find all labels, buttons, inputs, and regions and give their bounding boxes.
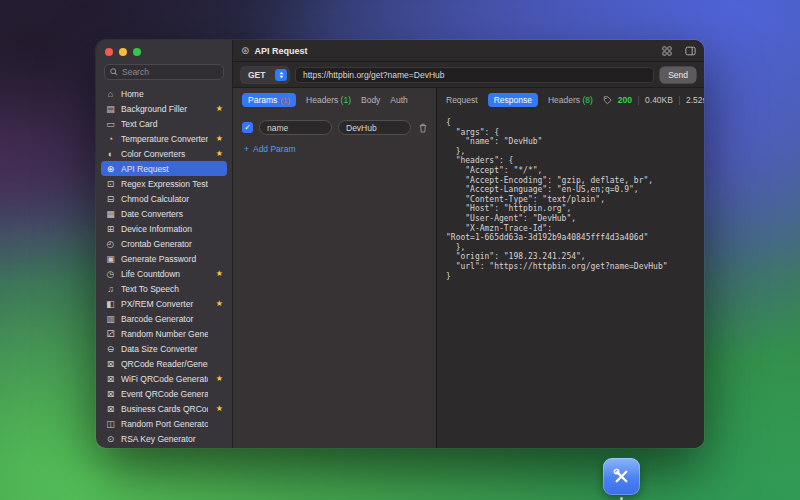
sidebar-item-data-size-converter[interactable]: ⊖Data Size Converter (101, 341, 227, 356)
sidebar-item-text-card[interactable]: ▭Text Card (101, 116, 227, 131)
sidebar-item-regex-expression-test[interactable]: ⊡Regex Expression Test (101, 176, 227, 191)
request-content: Params (1) Headers (1) Body Auth ✓ (233, 88, 704, 448)
url-input[interactable] (303, 70, 646, 80)
param-row: ✓ (233, 112, 436, 139)
sidebar-item-generate-password[interactable]: ▣Generate Password (101, 251, 227, 266)
param-name-field[interactable] (259, 120, 332, 135)
request-editor-pane: Params (1) Headers (1) Body Auth ✓ (233, 88, 436, 448)
param-name-input[interactable] (267, 123, 324, 133)
add-param-label: Add Param (253, 144, 296, 154)
sidebar-item-crontab-generator[interactable]: ◴Crontab Generator (101, 236, 227, 251)
tab-body[interactable]: Body (361, 95, 380, 105)
search-field[interactable] (104, 64, 224, 80)
delete-param-button[interactable] (419, 123, 427, 133)
sidebar-item-label: Temperature Converter (121, 134, 208, 144)
method-select[interactable]: GET (241, 67, 289, 83)
tab-params[interactable]: Params (1) (242, 93, 296, 107)
sidebar-nav: ⌂Home ▤Background Filler★ ▭Text Card ◔Te… (96, 84, 232, 448)
toggle-sidebar-button[interactable] (685, 46, 696, 56)
sidebar-item-qrcode-reader-generator[interactable]: ⊠QRCode Reader/Generator (101, 356, 227, 371)
favorite-star-icon: ★ (213, 404, 223, 413)
sidebar-item-random-number-generator[interactable]: ⚂Random Number Generator (101, 326, 227, 341)
sidebar-item-device-information[interactable]: ⊞Device Information (101, 221, 227, 236)
add-param-button[interactable]: + Add Param (233, 139, 436, 159)
headers-count-badge: (1) (341, 95, 351, 105)
thermometer-icon: ◔ (105, 134, 116, 144)
app-window: ⌂Home ▤Background Filler★ ▭Text Card ◔Te… (96, 40, 704, 448)
sidebar-item-px-rem-converter[interactable]: ◧PX/REM Converter★ (101, 296, 227, 311)
tab-params-label: Params (248, 95, 277, 105)
sidebar-item-label: Device Information (121, 224, 208, 234)
sidebar-item-life-countdown[interactable]: ◷Life Countdown★ (101, 266, 227, 281)
app-grid-button[interactable] (662, 46, 672, 56)
tab-auth[interactable]: Auth (390, 95, 408, 105)
request-bar: GET Send (233, 62, 704, 88)
sidebar-item-label: Business Cards QRCode... (121, 404, 208, 414)
sidebar-item-barcode-generator[interactable]: ▥Barcode Generator (101, 311, 227, 326)
sidebar: ⌂Home ▤Background Filler★ ▭Text Card ◔Te… (96, 40, 233, 448)
sidebar-item-random-port-generator[interactable]: ◫Random Port Generator (101, 416, 227, 431)
param-value-field[interactable] (338, 120, 411, 135)
url-field[interactable] (295, 67, 654, 83)
sidebar-item-date-converters[interactable]: ▦Date Converters (101, 206, 227, 221)
sidebar-item-label: PX/REM Converter (121, 299, 208, 309)
favorite-star-icon: ★ (213, 269, 223, 278)
search-icon (110, 68, 118, 76)
sidebar-item-label: Regex Expression Test (121, 179, 208, 189)
response-pane: Request Response Headers (8) 200 0.40KB … (437, 88, 704, 448)
router-icon: ◫ (105, 419, 116, 429)
devhub-dock-icon[interactable] (603, 458, 640, 495)
minimize-window-button[interactable] (119, 48, 127, 56)
sidebar-item-home[interactable]: ⌂Home (101, 86, 227, 101)
response-body[interactable]: { "args": { "name": "DevHub" }, "headers… (437, 112, 704, 448)
response-tabs: Request Response Headers (8) 200 0.40KB … (437, 88, 704, 112)
sidebar-item-api-request[interactable]: ⊛API Request (101, 161, 227, 176)
tab-response-headers[interactable]: Headers (8) (548, 95, 593, 105)
qrcode-icon: ⊠ (105, 359, 116, 369)
sidebar-item-label: Life Countdown (121, 269, 208, 279)
param-value-input[interactable] (346, 123, 403, 133)
sidebar-item-label: Data Size Converter (121, 344, 208, 354)
response-size: 0.40KB (645, 95, 673, 105)
tab-response[interactable]: Response (488, 93, 538, 107)
sidebar-item-label: QRCode Reader/Generator (121, 359, 208, 369)
zoom-window-button[interactable] (133, 48, 141, 56)
window-title: API Request (254, 46, 649, 56)
image-icon: ▤ (105, 104, 116, 114)
sidebar-item-rsa-key-generator[interactable]: ⊙RSA Key Generator (101, 431, 227, 446)
sidebar-item-chmod-calculator[interactable]: ⊟Chmod Calculator (101, 191, 227, 206)
response-time: 2.52s (686, 95, 704, 105)
sidebar-item-label: Random Number Generator (121, 329, 208, 339)
sidebar-item-label: Home (121, 89, 208, 99)
search-input[interactable] (122, 67, 218, 77)
ruler-icon: ◧ (105, 299, 116, 309)
qrcode-icon: ⊠ (105, 404, 116, 414)
sidebar-item-text-to-speech[interactable]: ♫Text To Speech (101, 281, 227, 296)
chmod-icon: ⊟ (105, 194, 116, 204)
sidebar-item-event-qrcode-generator[interactable]: ⊠Event QRCode Generator (101, 386, 227, 401)
param-enabled-checkbox[interactable]: ✓ (242, 122, 253, 133)
sidebar-item-wifi-qrcode-generator[interactable]: ⊠WiFi QRCode Generator★ (101, 371, 227, 386)
sidebar-item-label: Text Card (121, 119, 208, 129)
qrcode-icon: ⊠ (105, 374, 116, 384)
response-status-group: 200 0.40KB 2.52s (603, 95, 704, 105)
sidebar-item-color-converters[interactable]: ◐Color Converters★ (101, 146, 227, 161)
tab-response-headers-label: Headers (548, 95, 580, 105)
sidebar-item-business-cards-qrcode[interactable]: ⊠Business Cards QRCode...★ (101, 401, 227, 416)
sidebar-item-temperature-converter[interactable]: ◔Temperature Converter★ (101, 131, 227, 146)
sidebar-item-label: Random Port Generator (121, 419, 208, 429)
sidebar-item-label: API Request (121, 164, 208, 174)
tab-headers-label: Headers (306, 95, 338, 105)
favorite-star-icon: ★ (213, 149, 223, 158)
barcode-icon: ▥ (105, 314, 116, 324)
favorite-star-icon: ★ (213, 374, 223, 383)
divider (638, 96, 639, 105)
sidebar-item-background-filler[interactable]: ▤Background Filler★ (101, 101, 227, 116)
sidebar-item-label: Barcode Generator (121, 314, 208, 324)
network-icon: ⊛ (105, 164, 116, 174)
send-button[interactable]: Send (660, 67, 696, 83)
tab-request[interactable]: Request (446, 95, 478, 105)
close-window-button[interactable] (105, 48, 113, 56)
tab-headers[interactable]: Headers (1) (306, 95, 351, 105)
dice-icon: ⚂ (105, 329, 116, 339)
